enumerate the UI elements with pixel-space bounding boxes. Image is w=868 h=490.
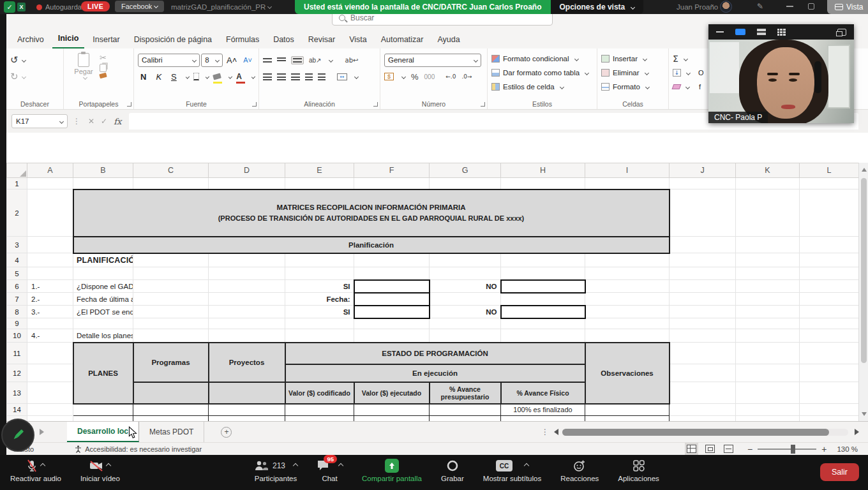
cell[interactable]: [27, 416, 73, 422]
row-header[interactable]: 7: [7, 293, 27, 306]
cell[interactable]: [800, 293, 859, 306]
table-data-cell[interactable]: [430, 416, 501, 422]
table-data-cell[interactable]: [354, 416, 430, 422]
table-data-cell[interactable]: [585, 404, 670, 416]
cell[interactable]: [501, 267, 585, 280]
row-header[interactable]: 1: [7, 178, 27, 189]
cell[interactable]: [430, 329, 501, 343]
font-name-select[interactable]: Calibri: [138, 54, 200, 67]
cell[interactable]: [27, 404, 73, 416]
chevron-up-icon[interactable]: [338, 463, 343, 468]
cell[interactable]: [585, 178, 670, 189]
cell[interactable]: [736, 404, 800, 416]
cell[interactable]: [800, 280, 859, 293]
cell[interactable]: [209, 267, 285, 280]
table-data-cell[interactable]: [354, 404, 430, 416]
scroll-right-icon[interactable]: [855, 429, 859, 435]
cell[interactable]: [800, 253, 859, 267]
estado-header-cell[interactable]: ESTADO DE PROGRAMACIÓN: [285, 343, 585, 364]
question-number-cell[interactable]: 4.-: [27, 329, 73, 343]
horizontal-scroll-thumb[interactable]: [562, 429, 829, 436]
format-cells-button[interactable]: Formato: [601, 80, 664, 94]
cell[interactable]: [736, 318, 800, 329]
cell[interactable]: [736, 382, 800, 404]
cell[interactable]: [800, 382, 859, 404]
font-size-select[interactable]: 8: [201, 54, 223, 67]
question-text-cell[interactable]: Detalle los planes, programas y proyecto…: [73, 329, 133, 343]
annotation-pencil-button[interactable]: [1, 419, 34, 452]
col-header-E[interactable]: E: [285, 163, 354, 178]
chevron-down-icon[interactable]: [228, 75, 232, 78]
table-data-cell[interactable]: [133, 416, 209, 422]
document-title[interactable]: matrizGAD_planificación_PR: [171, 3, 271, 11]
tab-vista[interactable]: Vista: [343, 32, 373, 48]
si-answer-box[interactable]: [354, 280, 430, 293]
chevron-up-icon[interactable]: [524, 463, 529, 468]
table-data-cell[interactable]: [73, 416, 133, 422]
sheet-nav-right-icon[interactable]: [40, 429, 44, 435]
insert-function-icon[interactable]: fx: [114, 117, 121, 126]
page-break-view-icon[interactable]: [724, 445, 733, 453]
table-data-cell[interactable]: [73, 404, 133, 416]
cell[interactable]: [133, 267, 209, 280]
cell[interactable]: [285, 267, 354, 280]
active-speaker-view-icon[interactable]: [735, 29, 745, 35]
no-label-cell[interactable]: NO: [430, 280, 501, 293]
avance-fisico-header-cell[interactable]: % Avance Físico: [501, 382, 585, 404]
question-number-cell[interactable]: 3.-: [27, 306, 73, 318]
format-as-table-button[interactable]: Dar formato como tabla: [491, 66, 593, 80]
programas-header-cell[interactable]: Programas: [133, 343, 209, 382]
row-header[interactable]: 8: [7, 306, 27, 318]
align-center-icon[interactable]: [277, 73, 286, 80]
planificacion-heading-cell[interactable]: PLANIFICACIÓN: [73, 253, 133, 267]
fill-color-icon[interactable]: [213, 70, 222, 84]
facebook-stream-button[interactable]: Facebook: [115, 1, 164, 12]
share-screen-button[interactable]: Compartir pantalla: [362, 459, 422, 482]
cell[interactable]: [209, 280, 285, 293]
cell[interactable]: [736, 306, 800, 318]
decrease-decimal-icon[interactable]: .0→: [461, 73, 472, 80]
cell[interactable]: [800, 306, 859, 318]
cell[interactable]: [501, 329, 585, 343]
row-header[interactable]: 5: [7, 267, 27, 280]
cell[interactable]: [670, 343, 736, 364]
no-answer-box[interactable]: [501, 280, 585, 293]
chevron-down-icon[interactable]: [186, 75, 190, 78]
bold-button[interactable]: N: [138, 72, 149, 82]
row-header[interactable]: 6: [7, 280, 27, 293]
reactions-button[interactable]: Reacciones: [560, 459, 599, 482]
no-label-cell[interactable]: NO: [430, 306, 501, 318]
cell[interactable]: [800, 329, 859, 343]
font-color-icon[interactable]: A: [236, 70, 245, 84]
orientation-icon[interactable]: ab↗: [309, 57, 322, 64]
chevron-up-icon[interactable]: [40, 463, 45, 468]
format-painter-icon[interactable]: [99, 73, 107, 79]
si-answer-box[interactable]: [354, 306, 430, 318]
table-data-cell[interactable]: [585, 416, 670, 422]
wrap-text-icon[interactable]: ab↩: [345, 57, 359, 64]
zoom-slider[interactable]: [758, 449, 816, 450]
cell[interactable]: [670, 329, 736, 343]
chevron-down-icon[interactable]: [251, 75, 255, 78]
col-header-L[interactable]: L: [800, 163, 859, 178]
observaciones-header-cell[interactable]: Observaciones: [585, 343, 670, 404]
tab-formulas[interactable]: Fórmulas: [220, 32, 265, 48]
chevron-down-icon[interactable]: [328, 57, 333, 62]
gallery-view-icon[interactable]: [777, 29, 786, 36]
en-ejecucion-header-cell[interactable]: En ejecución: [285, 364, 585, 382]
cell[interactable]: [736, 267, 800, 280]
valor-ejecutado-header-cell[interactable]: Valor ($) ejecutado: [354, 382, 430, 404]
col-header-G[interactable]: G: [430, 163, 501, 178]
cell[interactable]: [209, 253, 285, 267]
view-options-button[interactable]: Opciones de vista: [551, 0, 644, 14]
cell[interactable]: [27, 364, 73, 382]
cell[interactable]: [430, 178, 501, 189]
increase-decimal-icon[interactable]: ←.0: [445, 73, 456, 80]
participant-video[interactable]: CNC- Paola P: [708, 40, 854, 123]
cell[interactable]: [736, 343, 800, 364]
cell[interactable]: [354, 267, 430, 280]
cell[interactable]: [209, 318, 285, 329]
normal-view-icon[interactable]: [687, 445, 696, 453]
avatar[interactable]: [720, 1, 732, 13]
zoom-out-icon[interactable]: −: [747, 444, 752, 454]
